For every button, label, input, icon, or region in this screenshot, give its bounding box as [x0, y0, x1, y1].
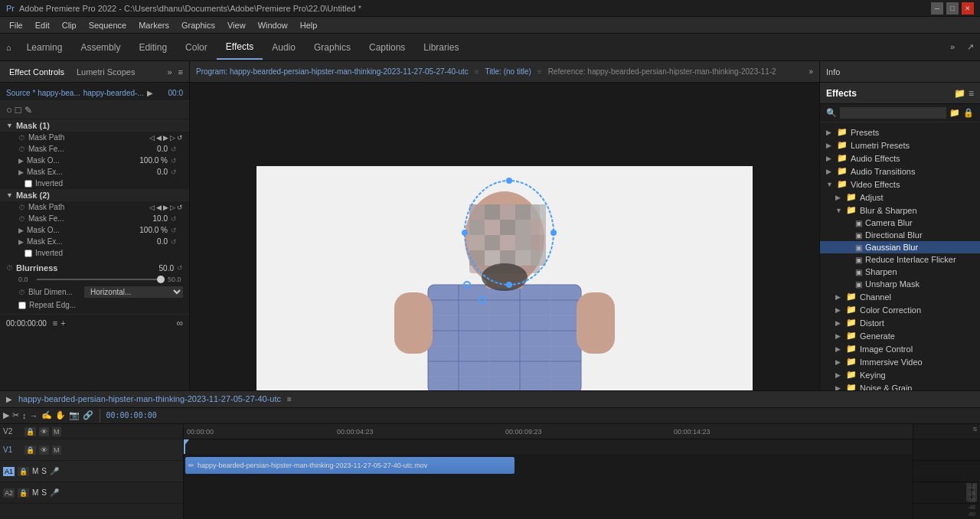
- tl-tool-ripple[interactable]: ↕: [22, 411, 27, 420]
- tab-effect-controls[interactable]: Effect Controls: [6, 66, 67, 78]
- menu-window[interactable]: Window: [252, 19, 294, 31]
- mask1-expansion-reset[interactable]: ↺: [171, 168, 177, 176]
- mask1-inverted-checkbox[interactable]: [24, 180, 32, 188]
- tree-item-camera-blur[interactable]: ▶ ▣ Camera Blur: [820, 217, 980, 229]
- mask1-feather[interactable]: ↺: [177, 134, 183, 142]
- search-new-bin-icon[interactable]: 📁: [949, 108, 960, 118]
- mask2-opacity-val[interactable]: 100.0 %: [137, 226, 168, 234]
- effects-menu-icon[interactable]: ≡: [969, 88, 974, 99]
- tab-effects[interactable]: Effects: [217, 35, 263, 60]
- mask2-play[interactable]: ▶: [163, 204, 168, 211]
- blurriness-val[interactable]: 50.0: [159, 264, 174, 273]
- tree-item-adjust[interactable]: ▶ 📁 Adjust: [820, 191, 980, 204]
- panel-menu-icon[interactable]: ≡: [178, 67, 183, 77]
- tree-item-lumetri-presets[interactable]: ▶ 📁 Lumetri Presets: [820, 139, 980, 152]
- mask1-add-keyframe[interactable]: ◀: [156, 134, 162, 142]
- v2-sync-btn[interactable]: M: [52, 427, 61, 436]
- timeline-menu-icon[interactable]: ≡: [287, 395, 292, 403]
- tl-tool-rate[interactable]: →: [30, 411, 38, 420]
- close-button[interactable]: ✕: [962, 2, 974, 15]
- mask1-expansion-val[interactable]: 0.0: [137, 168, 168, 176]
- menu-edit[interactable]: Edit: [29, 19, 56, 31]
- tree-item-blur-sharpen[interactable]: ▼ 📁 Blur & Sharpen: [820, 204, 980, 217]
- mask1-play[interactable]: ▶: [163, 134, 168, 142]
- blurriness-slider[interactable]: [37, 279, 165, 280]
- tl-tool-razor[interactable]: ✂: [12, 410, 19, 420]
- mask1-opacity-reset[interactable]: ↺: [171, 157, 177, 165]
- v2-visibility-btn[interactable]: 👁: [39, 427, 49, 436]
- home-icon[interactable]: ⌂: [6, 43, 11, 52]
- a2-solo-btn[interactable]: A2: [3, 488, 15, 498]
- menu-file[interactable]: File: [3, 19, 29, 31]
- share-icon[interactable]: ↗: [967, 42, 974, 52]
- source-arrow[interactable]: ▶: [147, 89, 153, 97]
- tree-item-keying[interactable]: ▶ 📁 Keying: [820, 368, 980, 381]
- tab-captions[interactable]: Captions: [360, 36, 414, 59]
- mask1-feather-reset[interactable]: ↺: [171, 145, 177, 153]
- mask2-inverted-checkbox[interactable]: [24, 250, 32, 257]
- mask1-prev-keyframe[interactable]: ◁: [149, 134, 155, 142]
- mask2-feather-reset[interactable]: ↺: [171, 215, 177, 223]
- tree-item-unsharp-mask[interactable]: ▶ ▣ Unsharp Mask: [820, 278, 980, 290]
- mask2-feather-val[interactable]: 10.0: [137, 214, 168, 223]
- a2-lock-btn[interactable]: 🔒: [18, 488, 29, 498]
- mask1-feather-val[interactable]: 0.0: [137, 145, 168, 153]
- tree-item-distort[interactable]: ▶ 📁 Distort: [820, 316, 980, 329]
- blurriness-reset[interactable]: ↺: [177, 264, 183, 272]
- tl-tool-hand[interactable]: ✋: [55, 410, 66, 420]
- v1-lock-btn[interactable]: 🔒: [24, 446, 36, 455]
- tree-item-image-control[interactable]: ▶ 📁 Image Control: [820, 342, 980, 355]
- menu-sequence[interactable]: Sequence: [83, 19, 133, 31]
- tl-snap[interactable]: 📷: [69, 410, 80, 420]
- add-track-icon[interactable]: +: [60, 318, 65, 328]
- pen-tool[interactable]: ✎: [24, 105, 32, 116]
- tree-item-sharpen[interactable]: ▶ ▣ Sharpen: [820, 266, 980, 278]
- repeat-edge-checkbox[interactable]: [18, 302, 26, 309]
- tab-lumetri-scopes[interactable]: Lumetri Scopes: [74, 66, 138, 78]
- filter-icon[interactable]: ≡: [53, 318, 57, 328]
- mask1-next-keyframe[interactable]: ▷: [170, 134, 175, 142]
- tab-graphics[interactable]: Graphics: [305, 36, 360, 59]
- tree-item-audio-effects[interactable]: ▶ 📁 Audio Effects: [820, 152, 980, 165]
- minimize-button[interactable]: ─: [931, 2, 943, 15]
- maximize-button[interactable]: □: [946, 2, 959, 15]
- a1-solo-btn[interactable]: A1: [3, 467, 15, 476]
- tl-linked-sel[interactable]: 🔗: [83, 410, 93, 420]
- v2-lock-btn[interactable]: 🔒: [24, 427, 36, 436]
- mask2-opacity-reset[interactable]: ↺: [171, 227, 177, 234]
- blur-dimension-select[interactable]: Horizontal... Vertical Horizontal and Ve…: [84, 286, 183, 298]
- tl-tool-select[interactable]: ▶: [3, 410, 9, 420]
- loop-icon[interactable]: ∞: [176, 318, 183, 328]
- tree-item-channel[interactable]: ▶ 📁 Channel: [820, 290, 980, 303]
- tree-item-reduce-interlace[interactable]: ▶ ▣ Reduce Interlace Flicker: [820, 253, 980, 266]
- a1-lock-btn[interactable]: 🔒: [18, 467, 29, 476]
- menu-markers[interactable]: Markers: [132, 19, 175, 31]
- mask2-feather[interactable]: ↺: [177, 204, 183, 211]
- menu-view[interactable]: View: [221, 19, 252, 31]
- tab-audio[interactable]: Audio: [263, 36, 305, 59]
- tab-libraries[interactable]: Libraries: [414, 36, 468, 59]
- v1-visibility-btn[interactable]: 👁: [39, 446, 49, 455]
- menu-clip[interactable]: Clip: [56, 19, 83, 31]
- tab-assembly[interactable]: Assembly: [71, 36, 129, 59]
- tab-color[interactable]: Color: [176, 36, 217, 59]
- tree-item-generate[interactable]: ▶ 📁 Generate: [820, 329, 980, 342]
- tree-item-color-correction[interactable]: ▶ 📁 Color Correction: [820, 303, 980, 316]
- mask1-opacity-val[interactable]: 100.0 %: [137, 156, 168, 165]
- tab-editing[interactable]: Editing: [129, 36, 176, 59]
- tree-item-immersive-video[interactable]: ▶ 📁 Immersive Video: [820, 355, 980, 368]
- mask2-expansion-reset[interactable]: ↺: [171, 238, 177, 246]
- effects-search-input[interactable]: [840, 107, 946, 119]
- source-clip[interactable]: happy-bearded-...: [83, 89, 144, 97]
- workspace-overflow[interactable]: »: [950, 42, 955, 52]
- tree-item-audio-transitions[interactable]: ▶ 📁 Audio Transitions: [820, 165, 980, 178]
- mask2-next-keyframe[interactable]: ▷: [170, 204, 175, 211]
- menu-help[interactable]: Help: [294, 19, 324, 31]
- panel-overflow[interactable]: »: [167, 67, 172, 77]
- timeline-expand-icon[interactable]: ▶: [6, 395, 12, 403]
- mask1-header[interactable]: ▼ Mask (1): [0, 119, 189, 132]
- mask2-expansion-val[interactable]: 0.0: [137, 237, 168, 246]
- ellipse-tool[interactable]: ○: [6, 104, 12, 116]
- mask2-prev-keyframe[interactable]: ◁: [149, 204, 155, 211]
- menu-graphics[interactable]: Graphics: [175, 19, 221, 31]
